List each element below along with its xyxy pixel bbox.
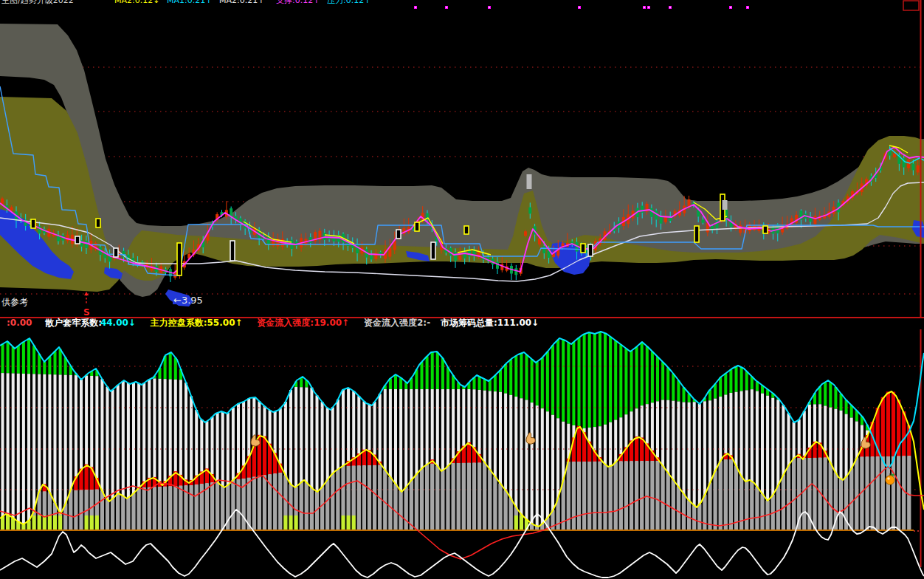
main-control-coef: 主力控盘系数:55.00↑ — [151, 318, 243, 328]
market-chip-total: 市场筹码总量:111.00↓ — [441, 318, 539, 328]
low-price-annotation: ←3.95 — [173, 295, 203, 306]
chart-canvas[interactable]: ←3.95供参考S — [0, 0, 924, 579]
ma2b-value: MA2:0.21↑ — [219, 0, 264, 5]
sell-signal-marker: S — [83, 307, 90, 318]
ma2-value: MA2:0.12↓ — [114, 0, 159, 5]
indicator-prefix-value: :0.00 — [7, 318, 32, 328]
fund-inflow-strength2: 资金流入强度2:- — [364, 318, 430, 328]
main-indicator-name: 主图/趋势升级2022 — [1, 0, 74, 5]
main-indicator-title-row: 主图/趋势升级2022 MA2:0.12↓ MA1:0.21↑ MA2:0.21… — [0, 0, 924, 5]
ma1-value: MA1:0.21↑ — [167, 0, 212, 5]
pressure-value: 压力:0.12↑ — [327, 0, 370, 5]
sub-indicator-label-bar[interactable]: :0.00 散户套牢系数: 44.00↓ 主力控盘系数:55.00↑ 资金流入强… — [0, 317, 924, 329]
retail-trap-coef-value: 44.00↓ — [100, 318, 136, 328]
fund-inflow-strength: 资金流入强度:19.00↑ — [257, 318, 349, 328]
reference-note: 供参考 — [1, 297, 28, 307]
stock-chart-window: ←3.95供参考S 主图/趋势升级2022 MA2:0.12↓ MA1:0.21… — [0, 0, 924, 579]
retail-trap-coef-label: 散户套牢系数: — [45, 318, 102, 328]
support-value: 支撑:0.12↑ — [276, 0, 320, 5]
